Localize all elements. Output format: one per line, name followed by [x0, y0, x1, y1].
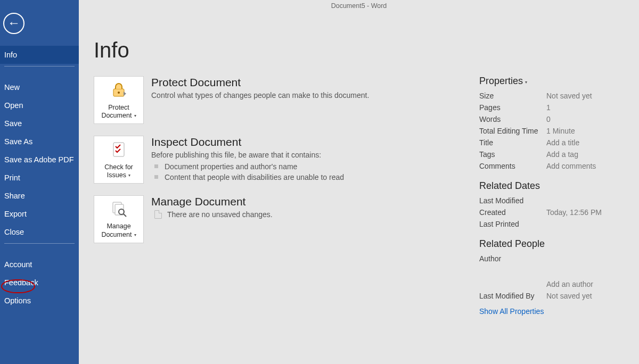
main-area: Document5 - Word Info Protect Document ▾ [79, 0, 639, 364]
section-description: Control what types of changes people can… [151, 91, 464, 100]
properties-heading[interactable]: Properties ▾ [479, 76, 624, 87]
protect-document-section: Protect Document ▾ Protect Document Cont… [94, 76, 464, 124]
nav-item-print[interactable]: Print [0, 169, 79, 187]
documents-magnifier-icon [110, 200, 128, 218]
prop-row-size: Size Not saved yet [479, 90, 624, 102]
dropdown-caret-icon: ▾ [127, 173, 130, 178]
prop-row-last-modified: Last Modified [479, 195, 624, 206]
nav-item-new[interactable]: New [0, 78, 79, 96]
nav-label: Feedback [4, 278, 38, 287]
lock-icon [110, 81, 128, 99]
window-title: Document5 - Word [79, 0, 639, 11]
prop-label: Pages [479, 103, 546, 112]
nav-item-save-adobe-pdf[interactable]: Save as Adobe PDF [0, 151, 79, 169]
prop-row-pages: Pages 1 [479, 102, 624, 113]
center-column: Info Protect Document ▾ Protect Document… [79, 11, 479, 364]
nav-label: Save As [4, 137, 32, 146]
prop-value: Not saved yet [546, 292, 592, 300]
svg-rect-2 [113, 143, 124, 156]
button-label-line2: Document ▾ [96, 112, 141, 120]
dropdown-caret-icon: ▾ [133, 113, 136, 118]
nav-separator [4, 243, 75, 253]
nav-item-close[interactable]: Close [0, 223, 79, 241]
unsaved-changes-line: There are no unsaved changes. [151, 210, 464, 219]
back-button[interactable]: ← [3, 13, 24, 34]
related-dates-heading: Related Dates [479, 180, 624, 192]
prop-label: Last Printed [479, 220, 546, 228]
prop-value: Add comments [546, 162, 596, 170]
nav-item-share[interactable]: Share [0, 187, 79, 205]
checklist-icon [110, 140, 128, 159]
prop-value: Add an author [546, 280, 593, 288]
nav-label: Close [4, 228, 24, 236]
section-heading: Manage Document [151, 195, 464, 208]
nav-item-open[interactable]: Open [0, 96, 79, 114]
nav-list-primary: Info New Open Save Save As Save as Adobe… [0, 46, 79, 310]
nav-item-feedback[interactable]: Feedback [0, 274, 79, 292]
prop-row-words: Words 0 [479, 113, 624, 125]
svg-line-6 [124, 214, 126, 217]
nav-item-saveas[interactable]: Save As [0, 133, 79, 151]
nav-item-account[interactable]: Account [0, 255, 79, 274]
nav-label: Info [4, 51, 17, 59]
content-wrap: Info Protect Document ▾ Protect Document… [79, 11, 639, 364]
nav-label: Save as Adobe PDF [4, 155, 74, 164]
nav-label: Export [4, 210, 27, 218]
nav-item-options[interactable]: Options [0, 292, 79, 310]
section-description: Before publishing this file, be aware th… [151, 151, 464, 159]
list-item: Content that people with disabilities ar… [151, 172, 464, 183]
prop-row-comments[interactable]: Comments Add comments [479, 160, 624, 172]
section-heading: Inspect Document [151, 136, 464, 148]
prop-row-tags[interactable]: Tags Add a tag [479, 148, 624, 160]
prop-label: Last Modified By [479, 292, 546, 300]
backstage-sidebar: ← Info New Open Save Save As Save as Ado… [0, 0, 79, 364]
nav-separator [4, 66, 75, 76]
button-label-line1: Check for [96, 163, 141, 172]
prop-value: Not saved yet [546, 92, 592, 100]
button-label-line2: Document ▾ [96, 231, 141, 239]
svg-point-1 [118, 92, 120, 94]
manage-document-section: Manage Document ▾ Manage Document There … [94, 195, 464, 243]
related-people-heading: Related People [479, 238, 624, 250]
prop-row-add-author[interactable]: Add an author [479, 278, 624, 290]
nav-item-export[interactable]: Export [0, 205, 79, 223]
button-label-line2: Issues ▾ [96, 171, 141, 180]
manage-document-button[interactable]: Manage Document ▾ [94, 195, 144, 243]
prop-value: Today, 12:56 PM [546, 208, 602, 217]
show-all-properties-link[interactable]: Show All Properties [479, 307, 544, 316]
dropdown-caret-icon: ▾ [524, 80, 527, 85]
prop-label: Last Modified [479, 196, 546, 205]
nav-label: Share [4, 192, 25, 200]
prop-value: 1 Minute [546, 127, 575, 135]
prop-label: Created [479, 208, 546, 217]
prop-value: Add a title [546, 138, 579, 147]
nav-item-save[interactable]: Save [0, 114, 79, 133]
properties-panel: Properties ▾ Size Not saved yet Pages 1 … [479, 11, 639, 364]
issues-list: Document properties and author's name Co… [151, 161, 464, 183]
prop-value: Add a tag [546, 150, 578, 159]
list-item: Document properties and author's name [151, 161, 464, 172]
prop-row-edit-time: Total Editing Time 1 Minute [479, 125, 624, 137]
nav-label: New [4, 83, 20, 92]
prop-row-author: Author [479, 253, 624, 264]
button-label-line1: Manage [96, 222, 141, 231]
prop-row-last-printed: Last Printed [479, 218, 624, 230]
prop-row-last-modified-by: Last Modified By Not saved yet [479, 290, 624, 302]
prop-label: Words [479, 115, 546, 123]
prop-row-title[interactable]: Title Add a title [479, 137, 624, 148]
protect-document-button[interactable]: Protect Document ▾ [94, 76, 144, 124]
prop-value: 1 [546, 103, 551, 112]
button-label-line1: Protect [96, 104, 141, 112]
nav-label: Account [4, 260, 32, 269]
nav-label: Save [4, 119, 22, 128]
inspect-document-text: Inspect Document Before publishing this … [151, 136, 464, 183]
nav-item-info[interactable]: Info [0, 46, 79, 64]
check-for-issues-button[interactable]: Check for Issues ▾ [94, 136, 144, 184]
prop-row-created: Created Today, 12:56 PM [479, 206, 624, 218]
prop-label: Author [479, 254, 546, 263]
prop-label: Tags [479, 150, 546, 159]
protect-document-text: Protect Document Control what types of c… [151, 76, 464, 101]
document-icon [154, 210, 162, 219]
inspect-document-section: Check for Issues ▾ Inspect Document Befo… [94, 136, 464, 184]
nav-label: Open [4, 101, 23, 110]
